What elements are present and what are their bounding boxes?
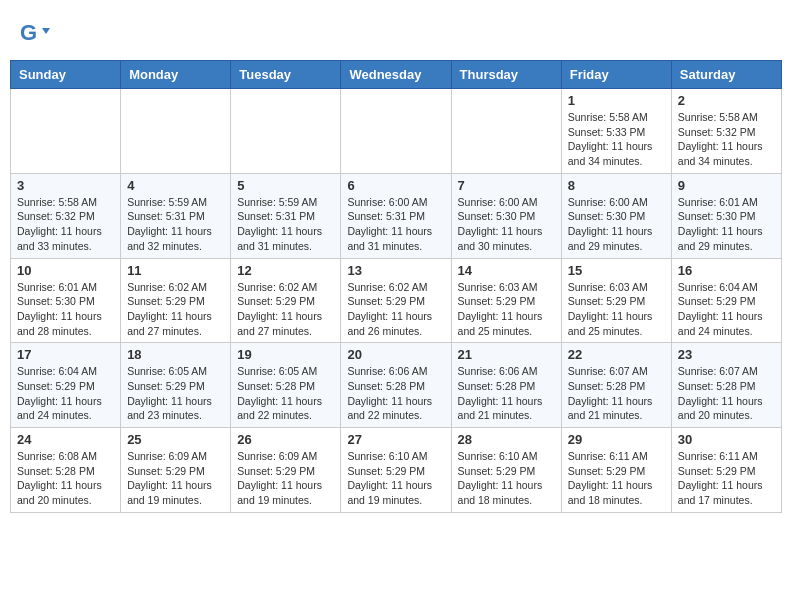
calendar-table: SundayMondayTuesdayWednesdayThursdayFrid…	[10, 60, 782, 513]
calendar-cell: 20Sunrise: 6:06 AM Sunset: 5:28 PM Dayli…	[341, 343, 451, 428]
day-info: Sunrise: 5:58 AM Sunset: 5:33 PM Dayligh…	[568, 110, 665, 169]
day-info: Sunrise: 6:07 AM Sunset: 5:28 PM Dayligh…	[568, 364, 665, 423]
day-number: 5	[237, 178, 334, 193]
day-info: Sunrise: 6:04 AM Sunset: 5:29 PM Dayligh…	[678, 280, 775, 339]
calendar-cell	[451, 89, 561, 174]
day-info: Sunrise: 6:05 AM Sunset: 5:29 PM Dayligh…	[127, 364, 224, 423]
weekday-header-monday: Monday	[121, 61, 231, 89]
day-number: 22	[568, 347, 665, 362]
calendar-cell: 16Sunrise: 6:04 AM Sunset: 5:29 PM Dayli…	[671, 258, 781, 343]
day-number: 8	[568, 178, 665, 193]
svg-text:G: G	[20, 20, 37, 45]
calendar-cell	[11, 89, 121, 174]
calendar-cell: 30Sunrise: 6:11 AM Sunset: 5:29 PM Dayli…	[671, 428, 781, 513]
weekday-header-sunday: Sunday	[11, 61, 121, 89]
calendar-cell: 27Sunrise: 6:10 AM Sunset: 5:29 PM Dayli…	[341, 428, 451, 513]
calendar-cell	[341, 89, 451, 174]
day-number: 4	[127, 178, 224, 193]
calendar-cell: 5Sunrise: 5:59 AM Sunset: 5:31 PM Daylig…	[231, 173, 341, 258]
day-number: 20	[347, 347, 444, 362]
calendar-week-3: 10Sunrise: 6:01 AM Sunset: 5:30 PM Dayli…	[11, 258, 782, 343]
day-info: Sunrise: 6:02 AM Sunset: 5:29 PM Dayligh…	[237, 280, 334, 339]
day-info: Sunrise: 6:08 AM Sunset: 5:28 PM Dayligh…	[17, 449, 114, 508]
day-number: 16	[678, 263, 775, 278]
day-info: Sunrise: 5:58 AM Sunset: 5:32 PM Dayligh…	[678, 110, 775, 169]
weekday-header-row: SundayMondayTuesdayWednesdayThursdayFrid…	[11, 61, 782, 89]
calendar-cell: 22Sunrise: 6:07 AM Sunset: 5:28 PM Dayli…	[561, 343, 671, 428]
day-info: Sunrise: 6:04 AM Sunset: 5:29 PM Dayligh…	[17, 364, 114, 423]
day-info: Sunrise: 6:00 AM Sunset: 5:31 PM Dayligh…	[347, 195, 444, 254]
day-info: Sunrise: 5:59 AM Sunset: 5:31 PM Dayligh…	[237, 195, 334, 254]
day-info: Sunrise: 6:01 AM Sunset: 5:30 PM Dayligh…	[678, 195, 775, 254]
weekday-header-wednesday: Wednesday	[341, 61, 451, 89]
day-info: Sunrise: 6:01 AM Sunset: 5:30 PM Dayligh…	[17, 280, 114, 339]
calendar-cell: 7Sunrise: 6:00 AM Sunset: 5:30 PM Daylig…	[451, 173, 561, 258]
calendar-cell: 18Sunrise: 6:05 AM Sunset: 5:29 PM Dayli…	[121, 343, 231, 428]
day-number: 27	[347, 432, 444, 447]
weekday-header-thursday: Thursday	[451, 61, 561, 89]
calendar-cell: 1Sunrise: 5:58 AM Sunset: 5:33 PM Daylig…	[561, 89, 671, 174]
day-number: 17	[17, 347, 114, 362]
calendar-cell: 11Sunrise: 6:02 AM Sunset: 5:29 PM Dayli…	[121, 258, 231, 343]
calendar-cell: 2Sunrise: 5:58 AM Sunset: 5:32 PM Daylig…	[671, 89, 781, 174]
calendar-cell: 17Sunrise: 6:04 AM Sunset: 5:29 PM Dayli…	[11, 343, 121, 428]
day-info: Sunrise: 6:00 AM Sunset: 5:30 PM Dayligh…	[568, 195, 665, 254]
day-info: Sunrise: 6:02 AM Sunset: 5:29 PM Dayligh…	[347, 280, 444, 339]
calendar-week-4: 17Sunrise: 6:04 AM Sunset: 5:29 PM Dayli…	[11, 343, 782, 428]
calendar-cell: 13Sunrise: 6:02 AM Sunset: 5:29 PM Dayli…	[341, 258, 451, 343]
day-number: 1	[568, 93, 665, 108]
day-number: 6	[347, 178, 444, 193]
day-number: 24	[17, 432, 114, 447]
day-info: Sunrise: 6:06 AM Sunset: 5:28 PM Dayligh…	[347, 364, 444, 423]
calendar-cell: 8Sunrise: 6:00 AM Sunset: 5:30 PM Daylig…	[561, 173, 671, 258]
day-number: 26	[237, 432, 334, 447]
calendar-cell: 14Sunrise: 6:03 AM Sunset: 5:29 PM Dayli…	[451, 258, 561, 343]
day-number: 9	[678, 178, 775, 193]
day-number: 29	[568, 432, 665, 447]
day-number: 10	[17, 263, 114, 278]
day-number: 25	[127, 432, 224, 447]
calendar-week-1: 1Sunrise: 5:58 AM Sunset: 5:33 PM Daylig…	[11, 89, 782, 174]
day-number: 30	[678, 432, 775, 447]
day-info: Sunrise: 6:03 AM Sunset: 5:29 PM Dayligh…	[568, 280, 665, 339]
calendar-cell: 19Sunrise: 6:05 AM Sunset: 5:28 PM Dayli…	[231, 343, 341, 428]
calendar-cell: 25Sunrise: 6:09 AM Sunset: 5:29 PM Dayli…	[121, 428, 231, 513]
day-info: Sunrise: 6:02 AM Sunset: 5:29 PM Dayligh…	[127, 280, 224, 339]
calendar-week-2: 3Sunrise: 5:58 AM Sunset: 5:32 PM Daylig…	[11, 173, 782, 258]
day-info: Sunrise: 6:07 AM Sunset: 5:28 PM Dayligh…	[678, 364, 775, 423]
day-info: Sunrise: 6:10 AM Sunset: 5:29 PM Dayligh…	[347, 449, 444, 508]
weekday-header-saturday: Saturday	[671, 61, 781, 89]
calendar-cell: 21Sunrise: 6:06 AM Sunset: 5:28 PM Dayli…	[451, 343, 561, 428]
logo-icon: G	[20, 20, 50, 50]
day-info: Sunrise: 6:10 AM Sunset: 5:29 PM Dayligh…	[458, 449, 555, 508]
day-number: 2	[678, 93, 775, 108]
day-info: Sunrise: 6:09 AM Sunset: 5:29 PM Dayligh…	[237, 449, 334, 508]
day-number: 7	[458, 178, 555, 193]
day-number: 23	[678, 347, 775, 362]
calendar-cell: 6Sunrise: 6:00 AM Sunset: 5:31 PM Daylig…	[341, 173, 451, 258]
calendar-cell: 29Sunrise: 6:11 AM Sunset: 5:29 PM Dayli…	[561, 428, 671, 513]
day-number: 15	[568, 263, 665, 278]
calendar-cell: 24Sunrise: 6:08 AM Sunset: 5:28 PM Dayli…	[11, 428, 121, 513]
page-header: G	[10, 10, 782, 55]
weekday-header-tuesday: Tuesday	[231, 61, 341, 89]
weekday-header-friday: Friday	[561, 61, 671, 89]
calendar-cell: 10Sunrise: 6:01 AM Sunset: 5:30 PM Dayli…	[11, 258, 121, 343]
calendar-cell	[121, 89, 231, 174]
day-info: Sunrise: 6:09 AM Sunset: 5:29 PM Dayligh…	[127, 449, 224, 508]
day-number: 21	[458, 347, 555, 362]
day-info: Sunrise: 5:59 AM Sunset: 5:31 PM Dayligh…	[127, 195, 224, 254]
day-number: 28	[458, 432, 555, 447]
calendar-cell: 23Sunrise: 6:07 AM Sunset: 5:28 PM Dayli…	[671, 343, 781, 428]
calendar-cell	[231, 89, 341, 174]
day-number: 11	[127, 263, 224, 278]
calendar-cell: 12Sunrise: 6:02 AM Sunset: 5:29 PM Dayli…	[231, 258, 341, 343]
day-info: Sunrise: 6:11 AM Sunset: 5:29 PM Dayligh…	[678, 449, 775, 508]
calendar-cell: 4Sunrise: 5:59 AM Sunset: 5:31 PM Daylig…	[121, 173, 231, 258]
day-info: Sunrise: 6:06 AM Sunset: 5:28 PM Dayligh…	[458, 364, 555, 423]
calendar-cell: 28Sunrise: 6:10 AM Sunset: 5:29 PM Dayli…	[451, 428, 561, 513]
day-number: 14	[458, 263, 555, 278]
calendar-week-5: 24Sunrise: 6:08 AM Sunset: 5:28 PM Dayli…	[11, 428, 782, 513]
calendar-cell: 15Sunrise: 6:03 AM Sunset: 5:29 PM Dayli…	[561, 258, 671, 343]
day-number: 3	[17, 178, 114, 193]
